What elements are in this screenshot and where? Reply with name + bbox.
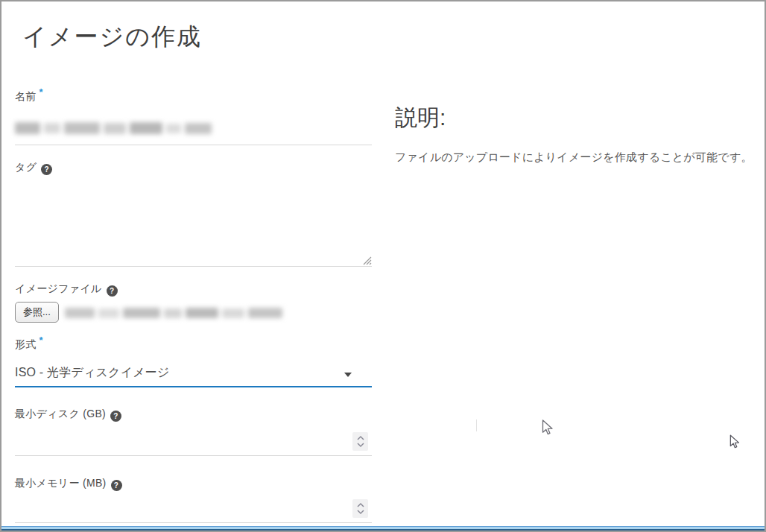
format-label-text: 形式 [15,338,37,350]
tags-label: タグ? [15,161,52,175]
tags-underline [15,266,372,267]
mouse-cursor-icon [729,434,741,453]
min-disk-label: 最小ディスク (GB)? [15,408,121,422]
help-text: ファイルのアップロードによりイメージを作成することが可能です。 [395,151,760,165]
create-image-dialog: イメージの作成 名前* タグ? イメージファイル? 参照... 形式* ISO … [0,0,766,532]
browse-button[interactable]: 参照... [15,302,59,323]
tags-label-text: タグ [15,161,37,173]
browse-button-label: 参照... [23,306,51,317]
image-file-label: イメージファイル? [15,282,118,297]
page-title: イメージの作成 [22,21,202,54]
spinner-arrows-icon [356,434,365,449]
name-label-text: 名前 [15,90,37,102]
min-ram-input[interactable] [15,496,350,520]
required-asterisk: * [39,335,43,346]
help-heading: 説明: [395,103,446,133]
image-file-label-text: イメージファイル [15,282,102,294]
min-ram-label: 最小メモリー (MB)? [15,477,122,491]
spinner-arrows-icon [356,501,365,516]
format-selected-value: ISO - 光学ディスクイメージ [15,366,170,379]
name-value-redacted [15,119,212,137]
bottom-blue-divider [1,526,765,531]
min-ram-underline [15,522,372,523]
min-ram-stepper[interactable] [352,499,368,518]
min-ram-label-text: 最小メモリー (MB) [15,477,107,489]
name-label: 名前* [15,90,43,104]
format-select[interactable]: ISO - 光学ディスクイメージ [15,365,372,384]
help-icon[interactable]: ? [111,480,122,491]
min-disk-label-text: 最小ディスク (GB) [15,408,106,419]
help-icon[interactable]: ? [110,411,121,422]
faint-line-artifact [476,419,477,431]
tags-textarea[interactable] [15,180,372,266]
name-underline [15,145,372,145]
file-name-redacted [65,305,282,320]
mouse-cursor-icon [542,419,555,440]
min-disk-input[interactable] [15,429,350,453]
help-icon[interactable]: ? [41,164,52,175]
min-disk-stepper[interactable] [352,432,368,451]
format-label: 形式* [15,338,43,352]
format-underline-focused [15,386,372,387]
required-asterisk: * [39,86,43,98]
min-disk-underline [15,455,372,456]
help-icon[interactable]: ? [107,285,118,297]
chevron-down-icon [344,373,352,377]
